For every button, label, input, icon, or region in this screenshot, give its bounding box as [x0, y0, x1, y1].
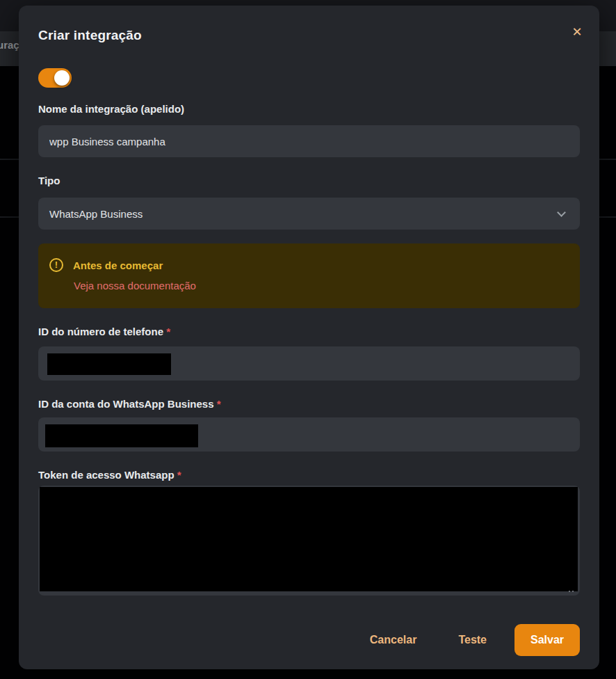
redacted-value	[45, 424, 198, 447]
name-label: Nome da integração (apelido)	[38, 103, 184, 115]
token-label: Token de acesso Whatsapp *	[38, 469, 181, 481]
type-select[interactable]: WhatsApp Business	[38, 198, 580, 230]
integration-enabled-toggle[interactable]	[38, 68, 72, 88]
required-asterisk: *	[217, 398, 221, 410]
chevron-down-icon	[557, 208, 566, 217]
token-label-text: Token de acesso Whatsapp	[38, 469, 175, 481]
alert-circle-icon: !	[49, 258, 63, 272]
modal-footer: Cancelar Teste Salvar	[370, 624, 580, 656]
required-asterisk: *	[177, 469, 181, 481]
integration-name-input[interactable]	[38, 125, 580, 157]
required-asterisk: *	[166, 326, 170, 337]
type-select-value: WhatsApp Business	[49, 208, 143, 220]
phone-id-label-text: ID do número de telefone	[38, 326, 163, 337]
redacted-value	[40, 487, 578, 591]
waba-id-input[interactable]	[38, 417, 580, 452]
modal-title: Criar integração	[38, 28, 142, 43]
save-button[interactable]: Salvar	[514, 624, 580, 656]
documentation-link[interactable]: Veja nossa documentação	[74, 280, 196, 291]
waba-id-label-text: ID da conta do WhatsApp Business	[38, 398, 214, 410]
create-integration-modal: ✕ Criar integração Nome da integração (a…	[19, 6, 599, 669]
test-button[interactable]: Teste	[458, 627, 487, 653]
resize-handle[interactable]	[569, 591, 576, 593]
token-textarea[interactable]	[38, 486, 580, 596]
close-icon[interactable]: ✕	[566, 22, 588, 42]
notice-title: Antes de começar	[73, 259, 163, 271]
toggle-knob	[54, 70, 70, 86]
type-label: Tipo	[38, 175, 60, 186]
notice-box: ! Antes de começar Veja nossa documentaç…	[38, 243, 580, 308]
phone-id-label: ID do número de telefone *	[38, 326, 170, 337]
cancel-button[interactable]: Cancelar	[370, 627, 417, 653]
phone-id-input[interactable]	[38, 346, 580, 381]
background-partial-nav-text: uraç	[0, 39, 19, 51]
waba-id-label: ID da conta do WhatsApp Business *	[38, 398, 221, 410]
redacted-value	[47, 353, 171, 375]
